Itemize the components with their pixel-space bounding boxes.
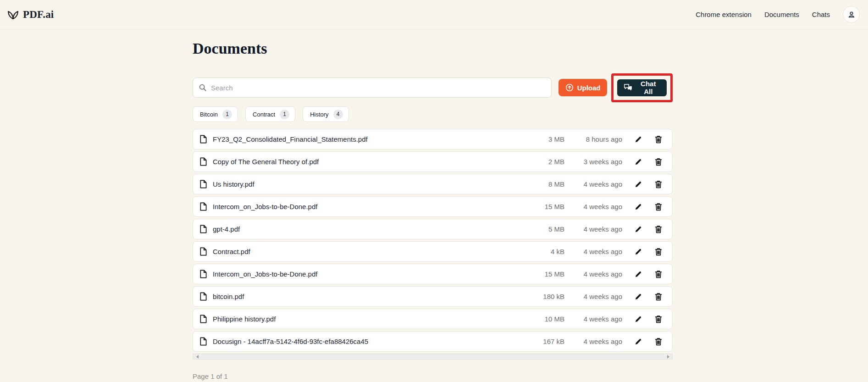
- upload-button[interactable]: Upload: [558, 79, 608, 96]
- document-row[interactable]: Docusign - 14acff7a-5142-4f6d-93fc-efa88…: [193, 331, 673, 352]
- rename-button[interactable]: [633, 201, 644, 212]
- trash-icon: [655, 158, 662, 166]
- file-icon: [199, 315, 207, 323]
- rename-button[interactable]: [633, 269, 644, 280]
- red-highlight-box: Chat All: [611, 73, 673, 102]
- document-modified: 8 hours ago: [564, 135, 622, 143]
- file-icon: [199, 202, 207, 211]
- pencil-icon: [635, 271, 642, 278]
- document-modified: 4 weeks ago: [564, 248, 622, 255]
- main-content: Documents Upload: [193, 39, 673, 380]
- rename-button[interactable]: [633, 224, 644, 235]
- rename-button[interactable]: [633, 336, 644, 347]
- delete-button[interactable]: [653, 224, 664, 235]
- delete-button[interactable]: [653, 336, 664, 347]
- trash-icon: [655, 293, 662, 301]
- upload-button-label: Upload: [577, 84, 601, 92]
- pencil-icon: [635, 293, 642, 300]
- rename-button[interactable]: [633, 134, 644, 145]
- document-name: Contract.pdf: [213, 248, 521, 255]
- search-input[interactable]: [211, 84, 546, 92]
- tag-label: History: [310, 111, 328, 118]
- nav-item-documents[interactable]: Documents: [764, 11, 799, 18]
- scroll-left-arrow-icon[interactable]: [194, 354, 200, 359]
- row-actions: [633, 201, 664, 212]
- top-navbar: PDF.ai Chrome extension Documents Chats: [0, 0, 868, 29]
- rename-button[interactable]: [633, 246, 644, 257]
- filter-tags: Bitcoin 1 Contract 1 History 4: [193, 106, 673, 122]
- document-modified: 4 weeks ago: [564, 338, 622, 345]
- scroll-right-arrow-icon[interactable]: [665, 354, 671, 359]
- search-icon: [199, 83, 207, 92]
- delete-button[interactable]: [653, 156, 664, 167]
- delete-button[interactable]: [653, 314, 664, 325]
- delete-button[interactable]: [653, 246, 664, 257]
- document-row[interactable]: Us history.pdf 8 MB 4 weeks ago: [193, 174, 673, 194]
- delete-button[interactable]: [653, 179, 664, 190]
- document-modified: 4 weeks ago: [564, 225, 622, 233]
- document-modified: 4 weeks ago: [564, 203, 622, 210]
- rename-button[interactable]: [633, 291, 644, 302]
- document-row[interactable]: Philippine history.pdf 10 MB 4 weeks ago: [193, 309, 673, 329]
- tag-count-badge: 1: [280, 110, 289, 119]
- trash-icon: [655, 180, 662, 188]
- filter-tag[interactable]: History 4: [303, 106, 348, 122]
- rename-button[interactable]: [633, 156, 644, 167]
- trash-icon: [655, 248, 662, 256]
- search-box: [193, 78, 552, 98]
- document-name: Us history.pdf: [213, 180, 521, 188]
- nav-item-chrome-extension[interactable]: Chrome extension: [696, 11, 752, 18]
- document-size: 167 kB: [521, 338, 564, 345]
- pencil-icon: [635, 158, 642, 166]
- delete-button[interactable]: [653, 134, 664, 145]
- nav-links: Chrome extension Documents Chats: [696, 6, 860, 23]
- account-button[interactable]: [843, 6, 860, 23]
- tag-label: Contract: [253, 111, 275, 118]
- document-modified: 3 weeks ago: [564, 158, 622, 166]
- delete-button[interactable]: [653, 291, 664, 302]
- document-modified: 4 weeks ago: [564, 180, 622, 188]
- file-icon: [199, 337, 207, 346]
- tag-count-badge: 1: [222, 110, 232, 119]
- row-actions: [633, 314, 664, 325]
- document-name: bitcoin.pdf: [213, 293, 521, 300]
- horizontal-scrollbar[interactable]: [193, 354, 673, 360]
- pencil-icon: [635, 181, 642, 188]
- nav-item-chats[interactable]: Chats: [812, 11, 830, 18]
- document-size: 8 MB: [521, 180, 564, 188]
- document-row[interactable]: Intercom_on_Jobs-to-be-Done.pdf 15 MB 4 …: [193, 196, 673, 217]
- delete-button[interactable]: [653, 269, 664, 280]
- file-icon: [199, 270, 207, 278]
- delete-button[interactable]: [653, 201, 664, 212]
- document-row[interactable]: FY23_Q2_Consolidated_Financial_Statement…: [193, 129, 673, 149]
- document-size: 10 MB: [521, 315, 564, 323]
- document-modified: 4 weeks ago: [564, 315, 622, 323]
- document-size: 3 MB: [521, 135, 564, 143]
- document-row[interactable]: bitcoin.pdf 180 kB 4 weeks ago: [193, 286, 673, 307]
- filter-tag[interactable]: Contract 1: [245, 106, 295, 122]
- document-row[interactable]: Contract.pdf 4 kB 4 weeks ago: [193, 241, 673, 262]
- filter-tag[interactable]: Bitcoin 1: [193, 106, 238, 122]
- toolbar: Upload Chat All: [193, 73, 673, 102]
- document-name: Copy of The General Theory of.pdf: [213, 158, 521, 166]
- document-row[interactable]: gpt-4.pdf 5 MB 4 weeks ago: [193, 219, 673, 239]
- document-row[interactable]: Intercom_on_Jobs-to-be-Done.pdf 15 MB 4 …: [193, 264, 673, 284]
- document-modified: 4 weeks ago: [564, 270, 622, 278]
- document-name: Docusign - 14acff7a-5142-4f6d-93fc-efa88…: [213, 338, 521, 345]
- file-icon: [199, 225, 207, 233]
- row-actions: [633, 179, 664, 190]
- trash-icon: [655, 203, 662, 211]
- upload-arrow-icon: [565, 83, 574, 92]
- brand-logo[interactable]: PDF.ai: [7, 8, 54, 21]
- document-size: 180 kB: [521, 293, 564, 300]
- document-size: 15 MB: [521, 270, 564, 278]
- row-actions: [633, 269, 664, 280]
- file-icon: [199, 247, 207, 256]
- rename-button[interactable]: [633, 179, 644, 190]
- chat-all-button[interactable]: Chat All: [617, 79, 667, 96]
- document-name: Philippine history.pdf: [213, 315, 521, 323]
- row-actions: [633, 336, 664, 347]
- chat-bubbles-icon: [624, 83, 632, 92]
- rename-button[interactable]: [633, 314, 644, 325]
- document-row[interactable]: Copy of The General Theory of.pdf 2 MB 3…: [193, 151, 673, 172]
